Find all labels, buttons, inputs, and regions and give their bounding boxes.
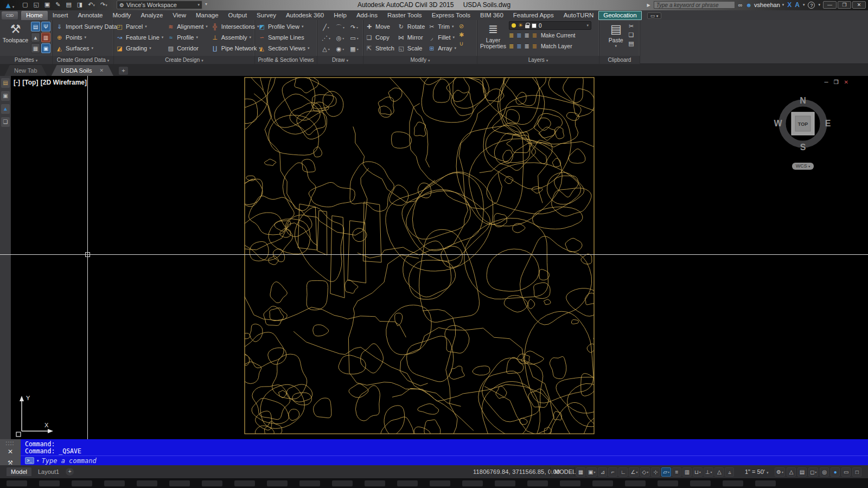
button-section-views[interactable]: ◭Section Views▾ <box>258 43 309 54</box>
layer-tool-button[interactable]: ≣ <box>524 43 529 50</box>
panel-label-modify[interactable]: Modify▾ <box>363 56 477 64</box>
viewport-minimize-control[interactable]: [-] <box>14 79 20 86</box>
button-feature-line[interactable]: ↝Feature Line▾ <box>116 32 163 43</box>
model-tab[interactable]: Model <box>7 467 31 476</box>
button-corridor[interactable]: ▨Corridor <box>167 43 207 54</box>
object-snap-tracking-toggle[interactable]: ⊹ <box>651 467 660 477</box>
content-palette-button[interactable]: ❏ <box>1 117 10 127</box>
ribbon-tab-featured-apps[interactable]: Featured Apps <box>508 11 559 20</box>
autoscale-toggle[interactable]: ▵ <box>725 467 734 477</box>
taskbar-button[interactable] <box>137 480 157 486</box>
a360-icon[interactable]: A <box>795 1 800 9</box>
cut-button[interactable]: ✂ <box>628 23 634 30</box>
construction-line-button[interactable]: ⋰▾ <box>319 33 333 43</box>
hatch-button[interactable]: ▦▾ <box>347 43 361 54</box>
panel-label-clipboard[interactable]: Clipboard <box>599 56 640 64</box>
ribbon-tab-analyze[interactable]: Analyze <box>136 11 168 20</box>
layer-properties-button[interactable]: ≣ Layer Properties <box>479 21 507 56</box>
button-intersections[interactable]: ╬Intersections▾ <box>211 21 261 32</box>
drawing-canvas[interactable]: ▤▣▲❏ [-] [Top] [2D Wireframe] ─ ❐ ✕ N W … <box>0 76 868 439</box>
taskbar-button[interactable] <box>462 480 483 486</box>
layer-tool-button[interactable]: ≣ <box>516 43 521 50</box>
coordinate-geometry-toggle[interactable]: ▲ <box>31 33 40 42</box>
ribbon-tab-add-ins[interactable]: Add-ins <box>352 11 382 20</box>
annotation-scale-button[interactable]: 1" = 50' ▾ <box>745 468 768 475</box>
button-assembly[interactable]: ⊥Assembly▾ <box>211 32 261 43</box>
button-parcel[interactable]: ◰Parcel▾ <box>116 21 163 32</box>
chevron-down-icon[interactable]: ▾ <box>37 459 39 463</box>
properties-palette-toggle[interactable]: ▣ <box>41 43 50 53</box>
panel-label-palettes[interactable]: Palettes▾ <box>0 56 52 64</box>
arc-button[interactable]: ⌒▾ <box>333 22 347 33</box>
panel-label-draw[interactable]: Draw▾ <box>317 56 363 64</box>
button-grading[interactable]: ◪Grading▾ <box>116 43 163 54</box>
autocad-a-logo-button[interactable]: ▲ <box>1 104 10 114</box>
add-layout-button[interactable]: + <box>66 468 74 476</box>
clean-screen-toggle[interactable]: □ <box>852 467 861 477</box>
panel-label-create-design[interactable]: Create Design▾ <box>114 56 254 64</box>
ribbon-tab-view[interactable]: View <box>168 11 191 20</box>
rectangle-button[interactable]: ▭▾ <box>347 33 361 43</box>
signin-user[interactable]: ☻ vsheehan ▾ <box>745 2 784 8</box>
close-icon[interactable]: ✕ <box>8 448 13 455</box>
ribbon-tab-geolocation[interactable]: Geolocation <box>598 11 641 20</box>
hardware-acceleration-toggle[interactable]: ▭ <box>841 467 851 477</box>
taskbar-button[interactable] <box>332 480 353 486</box>
ribbon-tab-autodesk-360[interactable]: Autodesk 360 <box>281 11 329 20</box>
ribbon-tab-raster-tools[interactable]: Raster Tools <box>382 11 427 20</box>
polar-tracking-toggle[interactable]: ∠▾ <box>629 467 639 477</box>
dynamic-input-toggle[interactable]: ⌐ <box>608 467 617 477</box>
command-input-row[interactable]: >_ ▾ Type a command <box>21 455 868 465</box>
new-drawing-button[interactable]: + <box>119 67 128 75</box>
taskbar-button[interactable] <box>592 480 613 486</box>
taskbar-button[interactable] <box>365 480 385 486</box>
autodesk-exchange-icon[interactable]: Χ <box>787 1 792 9</box>
graphics-performance-toggle[interactable]: ● <box>831 467 840 477</box>
search-icon[interactable]: ∞ <box>738 2 743 8</box>
button-mirror[interactable]: ⋈Mirror <box>397 32 425 43</box>
layout1-tab[interactable]: Layout1 <box>35 467 62 476</box>
match-layer-button[interactable]: Match Layer <box>541 43 572 49</box>
button-alignment[interactable]: ≋Alignment▾ <box>167 21 207 32</box>
button-array[interactable]: ⊞Array▾ <box>427 43 456 54</box>
survey-toolspace-toggle[interactable]: Ψ <box>41 22 50 31</box>
ribbon-tab-help[interactable]: Help <box>329 11 352 20</box>
close-button[interactable]: ✕ <box>852 1 866 9</box>
taskbar-button[interactable] <box>234 480 255 486</box>
ribbon-display-toggle[interactable]: ▭ ▾ <box>647 12 662 19</box>
button-import-survey-data[interactable]: ⇓Import Survey Data <box>55 21 117 32</box>
drawing-restore-button[interactable]: ❐ <box>834 79 839 85</box>
lineweight-toggle[interactable]: ≡ <box>672 467 681 477</box>
isodraft-toggle[interactable]: ◇▾ <box>640 467 650 477</box>
ellipse-button[interactable]: ◉▾ <box>333 43 347 54</box>
button-fillet[interactable]: ◞Fillet▾ <box>427 32 456 43</box>
annotation-monitor-toggle[interactable]: △ <box>787 467 796 477</box>
palette-window-button[interactable]: ▣ <box>1 91 10 101</box>
snap-mode-toggle[interactable]: ▣▾ <box>586 467 597 477</box>
wcs-button[interactable]: WCS ▾ <box>792 163 814 170</box>
layer-tool-button[interactable]: ≣ <box>524 32 529 39</box>
panel-label-profile-section-views[interactable]: Profile & Section Views <box>255 56 317 64</box>
toolspace-palette-toggle[interactable]: ▤ <box>31 22 40 31</box>
taskbar-button[interactable] <box>397 480 418 486</box>
circle-button[interactable]: ◎▾ <box>333 33 347 43</box>
paste-button[interactable]: ▤ Paste ▾ <box>605 21 627 56</box>
make-current-button[interactable]: Make Current <box>541 32 576 38</box>
panel-label-create-ground-data[interactable]: Create Ground Data▾ <box>53 56 113 64</box>
drawing-close-button[interactable]: ✕ <box>844 79 848 85</box>
drawing-minimize-button[interactable]: ─ <box>825 79 828 85</box>
ribbon-tab-modify[interactable]: Modify <box>108 11 136 20</box>
minimize-button[interactable]: — <box>823 1 837 9</box>
toolspace-button[interactable]: ⚒ Toolspace <box>2 21 29 56</box>
c3d-chip[interactable]: C3D <box>2 11 18 20</box>
ribbon-tab-output[interactable]: Output <box>224 11 252 20</box>
taskbar-button[interactable] <box>430 480 450 486</box>
join-button[interactable]: ∪ <box>459 40 464 47</box>
taskbar-button[interactable] <box>202 480 222 486</box>
button-surfaces[interactable]: ◭Surfaces▾ <box>55 43 117 54</box>
viewport-view-control[interactable]: [Top] <box>22 79 38 86</box>
ribbon-tab-home[interactable]: Home <box>21 11 48 20</box>
command-input-placeholder[interactable]: Type a command <box>42 457 97 465</box>
panel-label-layers[interactable]: Layers▾ <box>477 56 599 64</box>
taskbar-button[interactable] <box>625 480 646 486</box>
